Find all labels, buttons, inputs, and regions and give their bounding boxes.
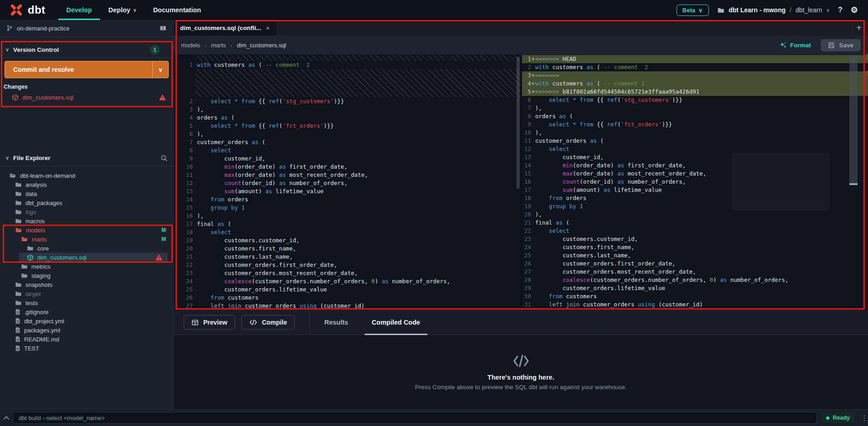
book-icon[interactable] <box>159 25 167 32</box>
git-branch-icon <box>6 25 13 32</box>
tab-compiled-code[interactable]: Compiled Code <box>370 310 422 335</box>
code-line-7: 7 ), <box>522 104 868 112</box>
section-title: Version Control <box>13 46 59 53</box>
tree-item-analysis[interactable]: analysis <box>0 180 173 189</box>
scrollbar-thumb[interactable] <box>517 57 520 189</box>
tree-item-.gitignore[interactable]: .gitignore <box>0 307 173 316</box>
help-icon[interactable]: ? <box>838 6 843 14</box>
tree-item-label: logs <box>25 209 36 216</box>
commit-and-resolve-button[interactable]: Commit and resolve ∨ <box>5 61 169 78</box>
tree-item-staging[interactable]: staging <box>0 271 173 280</box>
line-number: 5 <box>174 122 193 130</box>
tree-item-label: snapshots <box>25 281 52 288</box>
plus-icon: + <box>856 23 862 33</box>
close-icon[interactable]: × <box>266 24 270 32</box>
gear-icon[interactable]: ⚙ <box>851 5 858 15</box>
tree-item-data[interactable]: data <box>0 189 173 198</box>
changed-file-item[interactable]: dim_customers.sql <box>0 92 173 103</box>
line-number: 8 <box>174 146 193 155</box>
save-button[interactable]: Save <box>821 39 861 51</box>
tree-item-macros[interactable]: macros <box>0 216 173 226</box>
file-explorer-header[interactable]: ∨ File Explorer <box>0 150 173 166</box>
code-line-6: 6 select * from {{ ref('stg_customers')}… <box>522 96 868 104</box>
scrollbar-thumb[interactable] <box>849 55 858 184</box>
divider <box>309 310 310 335</box>
dbt-logo[interactable]: dbt <box>0 3 58 17</box>
tab-title: dim_customers.sql (confli... <box>180 25 261 31</box>
tree-item-models[interactable]: modelsM <box>0 226 173 235</box>
code-line-22: 22 select <box>522 227 868 235</box>
tree-item-target[interactable]: target <box>0 289 173 298</box>
tree-item-tests[interactable]: tests <box>0 298 173 307</box>
search-icon[interactable] <box>161 155 168 162</box>
breadcrumb-separator: › <box>205 42 206 49</box>
tree-item-label: marts <box>32 236 47 243</box>
tree-item-metrics[interactable]: metrics <box>0 262 173 271</box>
brand-name: dbt <box>28 4 45 16</box>
code-line-1: 1+<<<<<<< HEAD <box>522 55 868 63</box>
tree-item-marts[interactable]: martsM <box>0 235 173 244</box>
line-number: 15 <box>522 170 531 178</box>
section-title: File Explorer <box>13 155 50 161</box>
code-line-14: 14 from orders <box>174 195 521 204</box>
branch-selector[interactable]: on-demand-practice <box>0 20 173 37</box>
file-tree: dbt-learn-on-demandanalysisdatadbt_packa… <box>0 171 173 353</box>
line-number: 4 <box>522 80 531 88</box>
tree-item-packages.yml[interactable]: packages.yml <box>0 326 173 335</box>
code-line-2: 2 select * from {{ ref('stg_customers')}… <box>174 97 521 105</box>
code-line-26: 26 customer_orders.first_order_date, <box>522 260 868 268</box>
editor-pane-current[interactable]: 1 with customers as ( -- comment 22 sele… <box>174 55 521 310</box>
tree-item-core[interactable]: core <box>0 244 173 253</box>
tree-item-README.md[interactable]: README.md <box>0 335 173 344</box>
editor-tab[interactable]: dim_customers.sql (confli... × <box>174 20 277 35</box>
line-number: 13 <box>174 187 193 195</box>
line-number: 11 <box>174 171 193 179</box>
code-line-10: 10 min(order_date) as first_order_date, <box>174 163 521 171</box>
code-line-7: 7 customer_orders as ( <box>174 138 521 146</box>
project-name: dbt Learn - mwong <box>729 6 786 14</box>
code-line-11: 11 customer_orders as ( <box>522 137 868 145</box>
sidebar: on-demand-practice ∨ Version Control 1 C… <box>0 20 174 409</box>
empty-title: There's nothing here. <box>487 374 554 381</box>
chevron-down-icon: ∨ <box>826 7 830 13</box>
beta-dropdown[interactable]: Beta ∨ <box>677 5 709 16</box>
tab-results[interactable]: Results <box>322 310 350 335</box>
commit-dropdown-chevron-icon[interactable]: ∨ <box>153 66 168 73</box>
code-line-12: 12 select <box>522 145 868 153</box>
tree-item-snapshots[interactable]: snapshots <box>0 280 173 289</box>
tree-item-logs[interactable]: logs <box>0 207 173 216</box>
new-tab-button[interactable]: + <box>852 20 865 35</box>
project-selector[interactable]: dbt Learn - mwong / dbt_learn ∨ <box>717 6 830 14</box>
nav-item-documentation[interactable]: Documentation <box>145 0 210 20</box>
chevron-up-icon[interactable] <box>0 416 13 420</box>
tree-item-label: data <box>25 190 37 197</box>
code-line-25: 25 customer_orders.lifetime_value <box>174 286 521 294</box>
tree-item-dim_customers.sql[interactable]: dim_customers.sql <box>19 253 168 262</box>
chevron-down-icon: ∨ <box>5 155 9 161</box>
kebab-menu-icon[interactable]: ⋮ <box>861 414 868 422</box>
changed-file-name: dim_customers.sql <box>22 94 74 101</box>
command-input[interactable] <box>13 412 818 424</box>
nav-item-deploy[interactable]: Deploy∨ <box>100 0 145 20</box>
line-number: 24 <box>522 243 531 251</box>
code-line-24: 24 customers.first_name, <box>522 243 868 251</box>
breadcrumb: models›marts›dim_customers.sql <box>181 42 286 49</box>
tree-item-TEST[interactable]: TEST <box>0 344 173 353</box>
compile-button[interactable]: Compile <box>241 315 295 330</box>
format-button[interactable]: Format <box>779 41 811 49</box>
tree-item-dbt_packages[interactable]: dbt_packages <box>0 198 173 207</box>
code-line-20: 20 ), <box>522 210 868 219</box>
tree-item-dbt-learn-on-demand[interactable]: dbt-learn-on-demand <box>0 171 173 180</box>
preview-button[interactable]: Preview <box>184 315 235 330</box>
editor-pane-incoming[interactable]: 1+<<<<<<< HEAD2 with customers as ( -- c… <box>522 55 868 310</box>
version-control-header[interactable]: ∨ Version Control 1 <box>0 42 173 58</box>
line-number: 12 <box>522 145 531 153</box>
tree-item-dbt_project.yml[interactable]: dbt_project.yml <box>0 316 173 326</box>
nav-item-develop[interactable]: Develop <box>58 0 100 20</box>
tree-item-label: TEST <box>24 345 39 352</box>
chevron-down-icon: ∨ <box>133 7 137 13</box>
folder-icon <box>15 200 22 206</box>
tree-item-label: dim_customers.sql <box>37 254 86 261</box>
main-area: dim_customers.sql (confli... × + models›… <box>174 20 868 409</box>
folder-icon <box>21 272 28 279</box>
